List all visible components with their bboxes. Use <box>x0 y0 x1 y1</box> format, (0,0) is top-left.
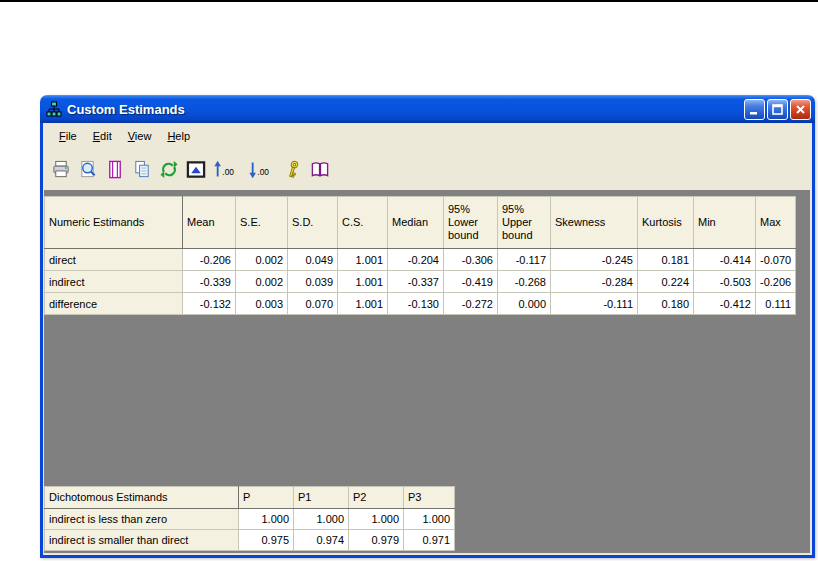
row-label: indirect is smaller than direct <box>45 530 239 551</box>
cell: 1.000 <box>239 509 294 530</box>
cell: 0.039 <box>288 271 338 293</box>
row-label: difference <box>45 293 183 315</box>
cell: 1.000 <box>349 509 404 530</box>
window-title: Custom Estimands <box>67 102 744 117</box>
cell: -0.284 <box>551 271 638 293</box>
column-header-sd: S.D. <box>288 197 338 249</box>
table-row-indirect: indirect -0.339 0.002 0.039 1.001 -0.337… <box>45 271 796 293</box>
column-header-skewness: Skewness <box>551 197 638 249</box>
refresh-button[interactable] <box>158 158 180 180</box>
cell: 0.002 <box>236 249 288 271</box>
column-header-median: Median <box>388 197 444 249</box>
results-client-area: Numeric Estimands Mean S.E. S.D. C.S. Me… <box>43 189 812 555</box>
numeric-header-row: Numeric Estimands Mean S.E. S.D. C.S. Me… <box>45 197 796 249</box>
custom-estimands-window: Custom Estimands <box>40 95 815 558</box>
app-icon <box>46 101 62 117</box>
column-header-numeric-estimands: Numeric Estimands <box>45 197 183 249</box>
increase-decimal-button[interactable]: .00 <box>212 158 242 180</box>
numeric-estimands-table: Numeric Estimands Mean S.E. S.D. C.S. Me… <box>44 196 796 315</box>
cell: -0.070 <box>756 249 796 271</box>
dichotomous-estimands-table: Dichotomous Estimands P P1 P2 P3 indirec… <box>44 486 455 551</box>
cell: -0.206 <box>183 249 236 271</box>
cell: -0.339 <box>183 271 236 293</box>
maximize-button[interactable] <box>767 99 788 120</box>
screenshot-canvas: Custom Estimands <box>0 0 818 561</box>
maximize-icon <box>771 103 784 116</box>
increase-decimal-icon: .00 <box>213 159 241 180</box>
window-body: File Edit View Help <box>40 123 815 558</box>
cell: 1.000 <box>294 509 349 530</box>
row-label: indirect is less than zero <box>45 509 239 530</box>
key-icon <box>283 159 303 180</box>
cell: 0.180 <box>638 293 694 315</box>
cell: 0.049 <box>288 249 338 271</box>
cell: 0.975 <box>239 530 294 551</box>
cell: 1.001 <box>338 293 388 315</box>
cell: 0.974 <box>294 530 349 551</box>
cell: -0.268 <box>498 271 551 293</box>
page-setup-icon <box>105 159 125 180</box>
cell: -0.306 <box>444 249 498 271</box>
menu-edit[interactable]: Edit <box>85 127 120 145</box>
page-setup-button[interactable] <box>104 158 126 180</box>
column-header-kurtosis: Kurtosis <box>638 197 694 249</box>
copy-button[interactable] <box>131 158 153 180</box>
cell: 1.001 <box>338 271 388 293</box>
key-button[interactable] <box>282 158 304 180</box>
cell: 0.002 <box>236 271 288 293</box>
menu-view[interactable]: View <box>120 127 160 145</box>
print-preview-icon <box>78 159 98 180</box>
close-button[interactable] <box>790 99 811 120</box>
cell: -0.117 <box>498 249 551 271</box>
close-icon <box>794 103 807 116</box>
table-row-difference: difference -0.132 0.003 0.070 1.001 -0.1… <box>45 293 796 315</box>
refresh-icon <box>159 159 179 180</box>
cell: -0.111 <box>551 293 638 315</box>
column-header-p1: P1 <box>294 487 349 509</box>
column-header-p2: P2 <box>349 487 404 509</box>
titlebar[interactable]: Custom Estimands <box>40 95 815 123</box>
cell: -0.414 <box>694 249 756 271</box>
page-top-rule <box>0 0 818 2</box>
cell: -0.412 <box>694 293 756 315</box>
menu-help[interactable]: Help <box>159 127 198 145</box>
column-header-dichotomous-estimands: Dichotomous Estimands <box>45 487 239 509</box>
cell: 0.070 <box>288 293 338 315</box>
table-row-indirect-smaller-than-direct: indirect is smaller than direct 0.975 0.… <box>45 530 455 551</box>
cell: -0.272 <box>444 293 498 315</box>
cell: 1.000 <box>404 509 455 530</box>
toolbar: .00 .00 <box>43 149 812 189</box>
menubar: File Edit View Help <box>43 123 812 149</box>
column-header-p3: P3 <box>404 487 455 509</box>
column-header-mean: Mean <box>183 197 236 249</box>
cell: -0.206 <box>756 271 796 293</box>
column-header-cs: C.S. <box>338 197 388 249</box>
cell: 0.181 <box>638 249 694 271</box>
cell: -0.337 <box>388 271 444 293</box>
cell: 0.003 <box>236 293 288 315</box>
copy-icon <box>132 159 152 180</box>
cell: -0.245 <box>551 249 638 271</box>
row-label: indirect <box>45 271 183 293</box>
column-header-p: P <box>239 487 294 509</box>
print-icon <box>51 159 71 180</box>
column-header-max: Max <box>756 197 796 249</box>
minimize-button[interactable] <box>744 99 765 120</box>
print-preview-button[interactable] <box>77 158 99 180</box>
table-row-direct: direct -0.206 0.002 0.049 1.001 -0.204 -… <box>45 249 796 271</box>
help-book-button[interactable] <box>309 158 331 180</box>
menu-file[interactable]: File <box>51 127 85 145</box>
decrease-decimal-icon: .00 <box>248 159 276 180</box>
table-row-indirect-less-than-zero: indirect is less than zero 1.000 1.000 1… <box>45 509 455 530</box>
cell: 0.971 <box>404 530 455 551</box>
cell: 0.979 <box>349 530 404 551</box>
print-button[interactable] <box>50 158 72 180</box>
cell: 0.000 <box>498 293 551 315</box>
column-header-se: S.E. <box>236 197 288 249</box>
cell: -0.503 <box>694 271 756 293</box>
picture-button[interactable] <box>185 158 207 180</box>
cell: 0.111 <box>756 293 796 315</box>
picture-icon <box>186 159 206 180</box>
decrease-decimal-button[interactable]: .00 <box>247 158 277 180</box>
cell: -0.204 <box>388 249 444 271</box>
